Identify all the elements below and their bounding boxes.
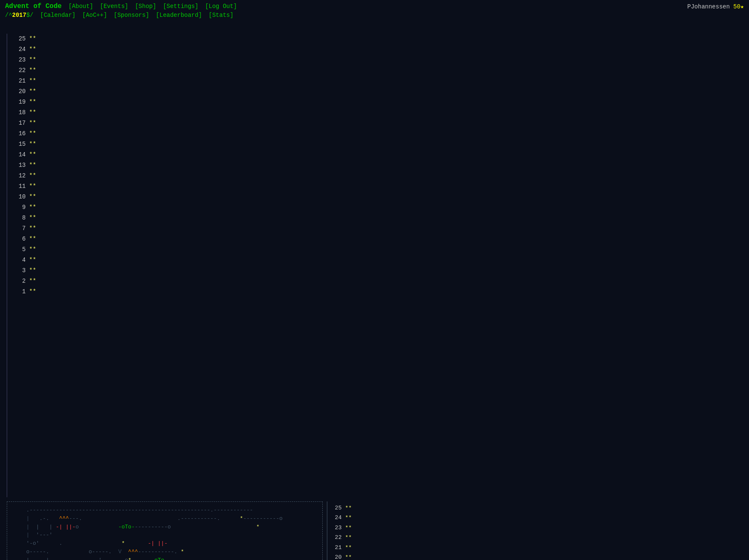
brand-year: /^2017$/	[5, 12, 33, 19]
nav-logout[interactable]: [Log Out]	[205, 3, 237, 10]
star-row-21[interactable]: 21**	[332, 543, 352, 553]
vertical-divider	[7, 34, 7, 497]
star-row-5[interactable]: 5**	[16, 244, 36, 255]
nav-leaderboard[interactable]: [Leaderboard]	[156, 12, 202, 19]
star-day-number: 7	[16, 224, 26, 233]
star-marks: **	[345, 533, 352, 542]
star-row-11[interactable]: 11**	[16, 181, 36, 192]
star-row-25[interactable]: 25**	[16, 34, 36, 44]
star-marks: **	[29, 277, 36, 286]
star-marks: **	[29, 235, 36, 244]
star-day-number: 3	[16, 266, 26, 275]
nav-sponsors[interactable]: [Sponsors]	[114, 12, 149, 19]
star-marks: **	[29, 77, 36, 86]
star-row-19[interactable]: 19**	[16, 97, 36, 107]
star-marks: **	[29, 45, 36, 54]
star-row-22[interactable]: 22**	[332, 533, 352, 543]
star-day-number: 11	[16, 182, 26, 191]
star-row-10[interactable]: 10**	[16, 192, 36, 202]
star-day-number: 24	[16, 45, 26, 54]
star-row-24[interactable]: 24**	[332, 513, 352, 523]
star-marks: **	[29, 87, 36, 96]
star-day-number: 25	[332, 504, 342, 513]
star-row-1[interactable]: 1**	[16, 287, 36, 297]
star-row-20[interactable]: 20**	[16, 86, 36, 97]
star-row-8[interactable]: 8**	[16, 213, 36, 223]
nav-calendar[interactable]: [Calendar]	[40, 12, 75, 19]
star-row-6[interactable]: 6**	[16, 234, 36, 244]
star-row-25[interactable]: 25**	[332, 503, 352, 513]
star-marks: **	[29, 266, 36, 275]
nav-about[interactable]: [About]	[68, 3, 93, 10]
star-day-number: 22	[16, 66, 26, 75]
star-day-number: 22	[332, 533, 342, 542]
star-row-23[interactable]: 23**	[332, 523, 352, 533]
star-row-9[interactable]: 9**	[16, 202, 36, 213]
star-marks: **	[29, 171, 36, 180]
vertical-divider2	[327, 501, 327, 560]
star-row-13[interactable]: 13**	[16, 160, 36, 171]
star-day-number: 9	[16, 203, 26, 212]
nav-stats[interactable]: [Stats]	[209, 12, 233, 19]
star-row-7[interactable]: 7**	[16, 223, 36, 234]
star-row-21[interactable]: 21**	[16, 76, 36, 86]
star-day-number: 23	[332, 524, 342, 533]
user-stars: 50★	[733, 3, 744, 10]
star-marks: **	[29, 140, 36, 149]
star-day-number: 17	[16, 119, 26, 128]
star-marks: **	[29, 214, 36, 222]
stars-list2: 25**24**23**22**21**20**19**18**17**16**…	[332, 501, 352, 560]
star-marks: **	[29, 193, 36, 201]
star-day-number: 24	[332, 514, 342, 522]
star-row-20[interactable]: 20**	[332, 553, 352, 560]
star-day-number: 19	[16, 98, 26, 107]
star-row-3[interactable]: 3**	[16, 265, 36, 276]
star-day-number: 15	[16, 140, 26, 149]
star-day-number: 14	[16, 150, 26, 159]
star-row-15[interactable]: 15**	[16, 139, 36, 150]
star-row-18[interactable]: 18**	[16, 107, 36, 118]
star-day-number: 12	[16, 171, 26, 180]
star-marks: **	[29, 35, 36, 43]
star-marks: **	[345, 553, 352, 560]
star-day-number: 2	[16, 277, 26, 286]
star-day-number: 25	[16, 35, 26, 43]
star-row-22[interactable]: 22**	[16, 65, 36, 76]
nav-shop[interactable]: [Shop]	[135, 3, 156, 10]
star-row-14[interactable]: 14**	[16, 150, 36, 160]
star-day-number: 6	[16, 235, 26, 244]
nav-aocpp[interactable]: [AoC++]	[82, 12, 107, 19]
star-marks: **	[29, 287, 36, 296]
user-info: PJohannessen 50★	[687, 3, 744, 10]
star-marks: **	[345, 514, 352, 522]
star-day-number: 4	[16, 256, 26, 265]
star-marks: **	[345, 544, 352, 552]
star-row-2[interactable]: 2**	[16, 276, 36, 287]
star-day-number: 1	[16, 287, 26, 296]
star-row-16[interactable]: 16**	[16, 129, 36, 139]
star-marks: **	[29, 203, 36, 212]
star-day-number: 13	[16, 161, 26, 170]
star-marks: **	[345, 504, 352, 513]
star-marks: **	[29, 161, 36, 170]
brand-title: Advent of Code	[5, 3, 62, 10]
star-row-23[interactable]: 23**	[16, 55, 36, 65]
stars-list: 25**24**23**22**21**20**19**18**17**16**…	[16, 25, 36, 497]
star-day-number: 21	[332, 544, 342, 552]
star-marks: **	[29, 224, 36, 233]
star-marks: **	[29, 129, 36, 138]
star-row-24[interactable]: 24**	[16, 44, 36, 55]
star-marks: **	[29, 98, 36, 107]
star-day-number: 20	[16, 87, 26, 96]
star-row-12[interactable]: 12**	[16, 171, 36, 181]
star-marks: **	[29, 245, 36, 254]
nav-settings[interactable]: [Settings]	[163, 3, 198, 10]
calendar-pre-area: .---------------------------------------…	[7, 501, 323, 560]
nav-events[interactable]: [Events]	[100, 3, 128, 10]
star-marks: **	[29, 256, 36, 265]
star-row-17[interactable]: 17**	[16, 118, 36, 129]
star-row-4[interactable]: 4**	[16, 255, 36, 265]
star-marks: **	[29, 182, 36, 191]
star-marks: **	[29, 119, 36, 128]
star-day-number: 18	[16, 108, 26, 117]
